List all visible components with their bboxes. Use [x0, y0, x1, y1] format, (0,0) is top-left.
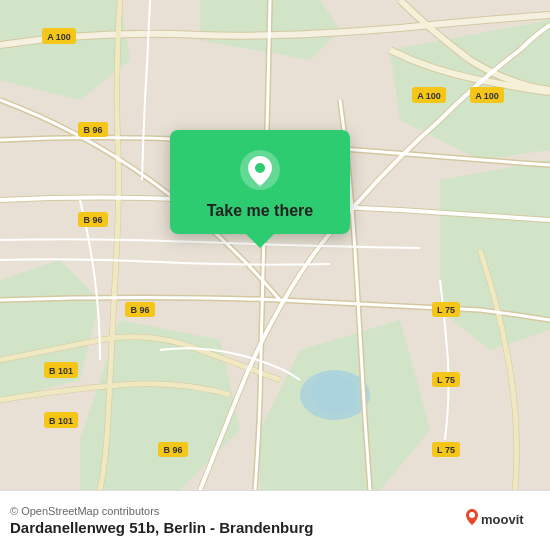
copyright-text: © OpenStreetMap contributors [10, 505, 313, 517]
svg-text:B 96: B 96 [130, 305, 149, 315]
take-me-there-label: Take me there [207, 202, 313, 220]
svg-text:L 75: L 75 [437, 375, 455, 385]
svg-marker-7 [440, 160, 550, 350]
moovit-logo-svg: moovit [466, 507, 536, 535]
svg-point-34 [255, 163, 265, 173]
svg-text:B 101: B 101 [49, 366, 73, 376]
svg-text:B 101: B 101 [49, 416, 73, 426]
location-pin-icon [238, 148, 282, 192]
svg-text:B 96: B 96 [163, 445, 182, 455]
svg-point-35 [469, 512, 475, 518]
svg-text:A 100: A 100 [475, 91, 499, 101]
address-section: © OpenStreetMap contributors Dardanellen… [10, 505, 313, 536]
svg-text:B 96: B 96 [83, 215, 102, 225]
bottom-bar: © OpenStreetMap contributors Dardanellen… [0, 490, 550, 550]
address-text: Dardanellenweg 51b, Berlin - Brandenburg [10, 519, 313, 536]
svg-text:B 96: B 96 [83, 125, 102, 135]
svg-text:A 100: A 100 [417, 91, 441, 101]
svg-text:L 75: L 75 [437, 305, 455, 315]
svg-text:moovit: moovit [481, 512, 524, 527]
svg-text:L 75: L 75 [437, 445, 455, 455]
svg-text:A 100: A 100 [47, 32, 71, 42]
moovit-logo: moovit [466, 507, 536, 535]
navigate-popup[interactable]: Take me there [170, 130, 350, 234]
map-container: A 100 B 96 B 96 A 100 A 100 B 96 B 101 B… [0, 0, 550, 490]
